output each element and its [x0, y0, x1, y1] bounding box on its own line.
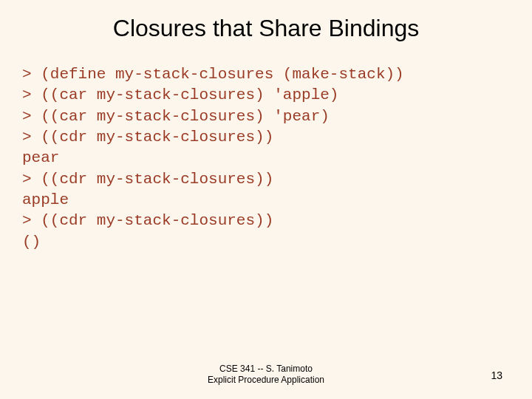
footer-center: CSE 341 -- S. Tanimoto Explicit Procedur…: [0, 364, 532, 386]
footer-line-1: CSE 341 -- S. Tanimoto: [0, 364, 532, 375]
footer-line-2: Explicit Procedure Application: [0, 375, 532, 386]
page-number: 13: [491, 369, 502, 381]
slide-title: Closures that Share Bindings: [0, 0, 532, 50]
slide: Closures that Share Bindings > (define m…: [0, 0, 532, 399]
code-block: > (define my-stack-closures (make-stack)…: [0, 50, 532, 253]
